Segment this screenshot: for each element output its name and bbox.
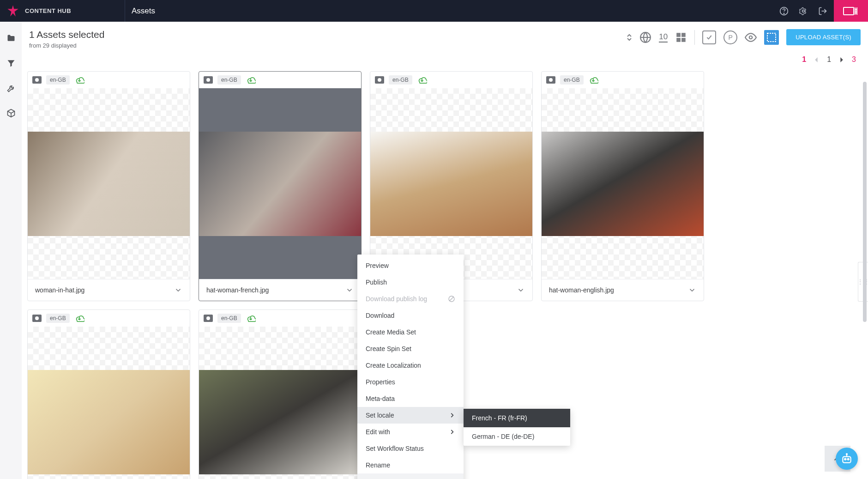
upload-button[interactable]: UPLOAD ASSET(S) <box>786 29 861 45</box>
svg-rect-4 <box>844 7 854 15</box>
context-menu-item[interactable]: Create Spin Set <box>357 340 464 357</box>
asset-card[interactable]: en-GB <box>27 309 190 479</box>
selection-mode-toggle[interactable] <box>764 30 779 45</box>
brand-area[interactable]: CONTENT HUB <box>0 5 125 18</box>
context-menu-item[interactable]: Publish <box>357 274 464 291</box>
locale-badge: en-GB <box>46 314 70 323</box>
locale-badge: en-GB <box>46 75 70 85</box>
tools-icon[interactable] <box>6 84 16 93</box>
chevron-down-icon[interactable] <box>345 286 354 294</box>
preview-icon[interactable] <box>745 31 757 43</box>
svg-line-18 <box>449 297 453 301</box>
gear-icon[interactable] <box>799 6 808 16</box>
context-menu-item[interactable]: Create Media Set <box>357 324 464 340</box>
locale-badge: en-GB <box>560 75 584 85</box>
asset-footer: hat-woman-french.jpg <box>199 279 361 301</box>
context-menu-item[interactable]: Preview <box>357 257 464 274</box>
asset-card[interactable]: en-GB <box>199 309 362 479</box>
box-icon[interactable] <box>6 109 16 118</box>
asset-tags: en-GB <box>370 72 532 88</box>
app-header: CONTENT HUB Assets <box>0 0 868 22</box>
folder-icon[interactable] <box>6 34 16 43</box>
logout-icon[interactable] <box>818 6 827 16</box>
page-next-icon[interactable] <box>838 57 844 63</box>
cloud-sync-icon <box>246 76 256 84</box>
svg-rect-13 <box>676 38 681 42</box>
context-menu-label: Create Localization <box>366 362 421 369</box>
approve-toggle[interactable] <box>702 30 716 44</box>
composer-icon <box>843 6 859 17</box>
asset-thumbnail[interactable] <box>370 88 532 279</box>
toolbar-divider <box>694 30 695 45</box>
context-menu-label: Create Media Set <box>366 328 416 336</box>
asset-filename: hat-woman-english.jpg <box>549 286 688 294</box>
scrollbar-thumb[interactable] <box>863 82 867 322</box>
page-prev-icon[interactable] <box>814 57 820 63</box>
camera-icon <box>546 76 555 84</box>
left-sidebar <box>0 22 22 479</box>
asset-thumbnail[interactable] <box>28 88 190 279</box>
submenu-item[interactable]: German - DE (de-DE) <box>464 427 570 446</box>
camera-icon <box>32 76 42 84</box>
context-menu-item[interactable]: Set Workflow Status <box>357 440 464 457</box>
svg-rect-14 <box>681 38 686 42</box>
submenu-item[interactable]: French - FR (fr-FR) <box>464 409 570 427</box>
sort-toggle[interactable] <box>627 34 632 41</box>
page-current[interactable]: 1 <box>802 55 806 64</box>
asset-tags: en-GB <box>28 310 190 327</box>
camera-icon <box>32 315 42 322</box>
chevron-down-icon[interactable] <box>688 286 696 294</box>
asset-card[interactable]: en-GB hat-woman-english.jpg <box>541 71 704 301</box>
context-menu-item[interactable]: Properties <box>357 374 464 390</box>
asset-thumbnail[interactable] <box>542 88 704 279</box>
context-menu-item[interactable]: Download <box>357 307 464 324</box>
asset-thumbnail[interactable] <box>28 327 190 479</box>
context-menu-item[interactable]: Set locale <box>357 407 464 424</box>
context-menu: PreviewPublishDownload publish logDownlo… <box>357 255 464 479</box>
context-menu-item[interactable]: Delete <box>357 473 464 479</box>
page-total[interactable]: 3 <box>852 55 856 64</box>
svg-rect-11 <box>676 33 681 37</box>
cloud-sync-icon <box>417 76 427 84</box>
svg-rect-16 <box>767 33 776 42</box>
context-menu-item[interactable]: Edit with <box>357 424 464 440</box>
chat-fab[interactable] <box>836 448 858 470</box>
svg-point-20 <box>844 458 846 460</box>
asset-thumbnail[interactable] <box>199 88 361 279</box>
locale-badge: en-GB <box>217 75 241 85</box>
chevron-right-icon <box>449 429 455 435</box>
context-menu-item: Download publish log <box>357 291 464 307</box>
grid-view-icon[interactable] <box>675 31 687 43</box>
context-menu-label: Meta-data <box>366 395 395 402</box>
pagination: 1 1 3 <box>22 49 868 68</box>
toolbar: 1 Assets selected from 29 displayed 10 <box>22 22 868 49</box>
svg-point-3 <box>802 10 805 12</box>
asset-card[interactable]: en-GB woman-in-hat.jpg <box>27 71 190 301</box>
chevron-down-icon[interactable] <box>174 286 182 294</box>
chevron-right-icon <box>449 412 455 418</box>
asset-filename: hat-woman-french.jpg <box>206 286 345 294</box>
context-menu-item[interactable]: Create Localization <box>357 357 464 374</box>
svg-rect-12 <box>681 33 686 37</box>
asset-card[interactable]: en-GB hat-woman-french.jpg <box>199 71 362 301</box>
asset-tags: en-GB <box>199 72 361 88</box>
publish-toggle[interactable]: P <box>723 30 737 44</box>
context-menu-label: Properties <box>366 378 395 386</box>
page-number: 1 <box>827 55 831 64</box>
asset-footer: woman-in-hat.jpg <box>28 279 190 301</box>
context-menu-label: Download <box>366 312 394 319</box>
help-icon[interactable] <box>779 6 789 16</box>
bot-icon <box>841 453 853 465</box>
context-menu-label: Create Spin Set <box>366 345 411 352</box>
globe-icon[interactable] <box>639 31 651 43</box>
asset-tags: en-GB <box>542 72 704 88</box>
composer-button[interactable] <box>834 0 868 22</box>
svg-point-2 <box>784 13 784 13</box>
selection-count: 1 Assets selected <box>29 29 627 40</box>
chevron-down-icon[interactable] <box>517 286 525 294</box>
items-per-page[interactable]: 10 <box>659 32 668 42</box>
filter-icon[interactable] <box>6 59 16 68</box>
context-menu-item[interactable]: Rename <box>357 457 464 473</box>
asset-thumbnail[interactable] <box>199 327 361 479</box>
context-menu-item[interactable]: Meta-data <box>357 390 464 407</box>
